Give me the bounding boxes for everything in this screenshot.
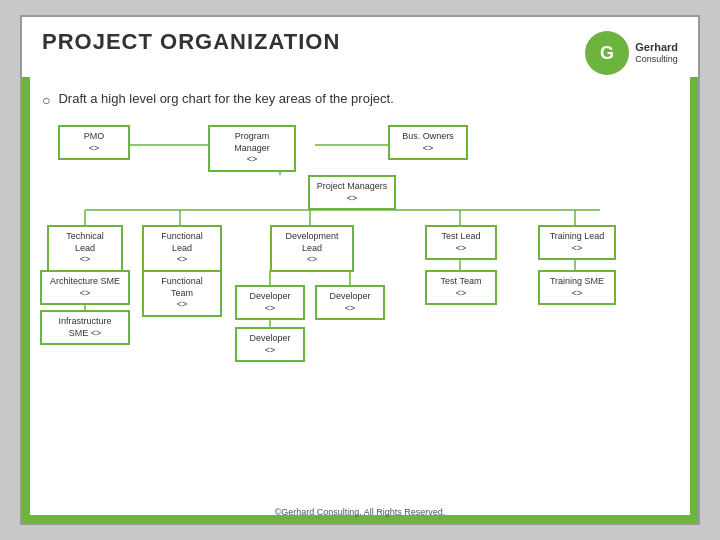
architecture-sme-box: Architecture SME <> (40, 270, 130, 305)
project-managers-label: Project Managers (316, 181, 388, 193)
footer: ©Gerhard Consulting. All Rights Reserved… (22, 507, 698, 517)
developer2-sub: <> (323, 303, 377, 315)
functional-lead-label: Functional Lead (150, 231, 214, 254)
development-lead-box: Development Lead <> (270, 225, 354, 272)
pmo-sub: <> (66, 143, 122, 155)
developer1-sub: <> (243, 303, 297, 315)
bullet-dot: ○ (42, 92, 50, 108)
development-lead-label: Development Lead (278, 231, 346, 254)
functional-lead-sub: <> (150, 254, 214, 266)
training-lead-sub: <> (546, 243, 608, 255)
training-sme-label: Training SME (546, 276, 608, 288)
program-manager-box: Program Manager <> (208, 125, 296, 172)
training-sme-box: Training SME <> (538, 270, 616, 305)
architecture-sme-sub: <> (48, 288, 122, 300)
content-area: ○ Draft a high level org chart for the k… (22, 85, 698, 120)
architecture-sme-label: Architecture SME (48, 276, 122, 288)
logo-icon: G (583, 29, 631, 77)
slide: Project Organization G Gerhard Consultin… (20, 15, 700, 525)
logo: G Gerhard Consulting (583, 29, 678, 77)
svg-text:G: G (600, 43, 614, 63)
title-area: Project Organization (42, 29, 340, 55)
developer2-label: Developer (323, 291, 377, 303)
developer3-label: Developer (243, 333, 297, 345)
footer-text: ©Gerhard Consulting. All Rights Reserved… (275, 507, 446, 517)
developer1-box: Developer <> (235, 285, 305, 320)
technical-lead-label: Technical Lead (55, 231, 115, 254)
bus-owners-box: Bus. Owners <> (388, 125, 468, 160)
technical-lead-box: Technical Lead <> (47, 225, 123, 272)
test-lead-box: Test Lead <> (425, 225, 497, 260)
pmo-box: PMO <> (58, 125, 130, 160)
test-lead-sub: <> (433, 243, 489, 255)
logo-text: Gerhard Consulting (635, 40, 678, 66)
training-lead-label: Training Lead (546, 231, 608, 243)
green-bar-left (22, 77, 30, 523)
development-lead-sub: <> (278, 254, 346, 266)
training-lead-box: Training Lead <> (538, 225, 616, 260)
bullet-item: ○ Draft a high level org chart for the k… (42, 91, 678, 108)
test-team-label: Test Team (433, 276, 489, 288)
test-team-sub: <> (433, 288, 489, 300)
developer1-label: Developer (243, 291, 297, 303)
functional-lead-box: Functional Lead <> (142, 225, 222, 272)
bullet-text: Draft a high level org chart for the key… (58, 91, 393, 106)
developer3-box: Developer <> (235, 327, 305, 362)
infrastructure-sme-box: Infrastructure SME <> (40, 310, 130, 345)
org-chart: PMO <> Program Manager <> Bus. Owners <>… (30, 120, 690, 430)
project-managers-box: Project Managers <> (308, 175, 396, 210)
functional-team-sub: <> (150, 299, 214, 311)
developer2-box: Developer <> (315, 285, 385, 320)
green-bar-right (690, 77, 698, 523)
page-title: Project Organization (42, 29, 340, 55)
pmo-label: PMO (66, 131, 122, 143)
bus-owners-sub: <> (396, 143, 460, 155)
test-team-box: Test Team <> (425, 270, 497, 305)
training-sme-sub: <> (546, 288, 608, 300)
functional-team-label: Functional Team (150, 276, 214, 299)
test-lead-label: Test Lead (433, 231, 489, 243)
header: Project Organization G Gerhard Consultin… (22, 17, 698, 85)
technical-lead-sub: <> (55, 254, 115, 266)
infrastructure-sme-label: Infrastructure SME <> (48, 316, 122, 339)
developer3-sub: <> (243, 345, 297, 357)
program-manager-label: Program Manager (216, 131, 288, 154)
program-manager-sub: <> (216, 154, 288, 166)
functional-team-box: Functional Team <> (142, 270, 222, 317)
project-managers-sub: <> (316, 193, 388, 205)
bus-owners-label: Bus. Owners (396, 131, 460, 143)
